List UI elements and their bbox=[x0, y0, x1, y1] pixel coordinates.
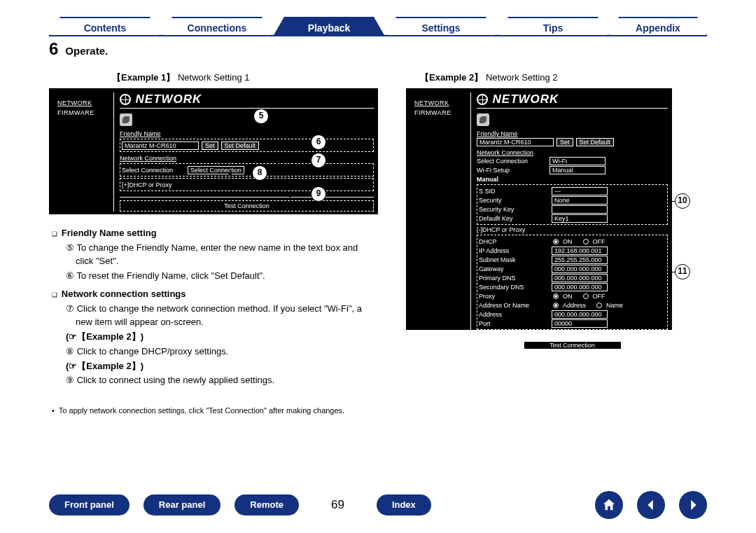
row-label: S SID bbox=[479, 188, 549, 195]
callout-6: 6 bbox=[311, 134, 326, 150]
radio-on[interactable] bbox=[553, 239, 559, 244]
row-value[interactable]: 000.000.000.000 bbox=[552, 283, 608, 291]
callout-5: 5 bbox=[253, 109, 269, 124]
set-default-button[interactable]: Set Default bbox=[221, 141, 260, 150]
home-icon[interactable] bbox=[595, 491, 623, 519]
row-label: Proxy bbox=[479, 293, 549, 300]
tab-tips[interactable]: Tips bbox=[497, 17, 609, 36]
friendly-name-input-2[interactable]: Marantz M-CR610 bbox=[477, 138, 554, 146]
row-label: Gateway bbox=[479, 265, 549, 272]
wrench-icon bbox=[120, 113, 132, 126]
tab-contents[interactable]: Contents bbox=[49, 17, 161, 36]
globe-icon bbox=[477, 94, 488, 105]
panel-title: NETWORK bbox=[136, 92, 202, 106]
friendly-name-input[interactable]: Marantz M-CR610 bbox=[122, 141, 199, 150]
nc-head-2: Network Connection bbox=[477, 149, 668, 156]
test-connection-button[interactable]: Test Connection bbox=[224, 202, 270, 209]
example1-label: 【Example 1】 bbox=[112, 72, 175, 83]
page-number: 69 bbox=[331, 498, 344, 512]
radio-on[interactable] bbox=[553, 293, 559, 299]
row-value[interactable]: Wi-Fi bbox=[550, 157, 606, 165]
row-value[interactable]: 000.000.000.000 bbox=[552, 274, 608, 282]
set-button-2[interactable]: Set bbox=[556, 138, 573, 146]
example2-label: 【Example 2】 bbox=[420, 72, 483, 83]
select-conn-label: Select Connection bbox=[122, 167, 185, 174]
row-value[interactable]: 00000 bbox=[552, 319, 608, 328]
example2-panel: NETWORK FIRMWARE NETWORK Friendly Name M… bbox=[406, 88, 672, 330]
example1-name: Network Setting 1 bbox=[178, 72, 250, 83]
globe-icon bbox=[120, 94, 131, 105]
row-value[interactable]: Manual bbox=[550, 166, 606, 174]
step-number: 6 bbox=[49, 39, 58, 59]
friendly-head: Friendly Name bbox=[120, 130, 374, 137]
row-label: Secondary DNS bbox=[479, 284, 549, 291]
row-label: Subnet Mask bbox=[479, 256, 549, 263]
side-firmware-2: FIRMWARE bbox=[414, 109, 466, 116]
rear-panel-button[interactable]: Rear panel bbox=[144, 494, 220, 515]
prev-icon[interactable] bbox=[637, 491, 665, 519]
row-label: Address bbox=[479, 311, 549, 318]
dhcp-proxy-toggle[interactable]: [+]DHCP or Proxy bbox=[122, 181, 172, 188]
row-label: Security Key bbox=[479, 206, 549, 213]
set-default-button-2[interactable]: Set Default bbox=[576, 138, 615, 146]
tab-settings[interactable]: Settings bbox=[385, 17, 497, 36]
row-label: Wi-Fi Setup bbox=[477, 167, 547, 174]
row-label: Select Connection bbox=[477, 158, 547, 165]
panel-title-2: NETWORK bbox=[493, 92, 559, 106]
callout-10: 10 bbox=[675, 193, 690, 209]
row-value[interactable] bbox=[552, 205, 608, 214]
example2-name: Network Setting 2 bbox=[486, 72, 558, 83]
row-label: DHCP bbox=[479, 238, 549, 245]
callout-9: 9 bbox=[311, 186, 326, 202]
nc-head: Network Connection bbox=[120, 155, 374, 162]
next-icon[interactable] bbox=[679, 491, 707, 519]
step-title: Operate. bbox=[65, 45, 108, 57]
left-column: 【Example 1】 Network Setting 1 NETWORK FI… bbox=[49, 71, 378, 417]
row-label: IP Address bbox=[479, 247, 549, 254]
side-network-2: NETWORK bbox=[414, 99, 466, 106]
bottom-nav: Front panel Rear panel Remote 69 Index bbox=[0, 491, 756, 519]
side-network: NETWORK bbox=[57, 99, 109, 106]
dhcp-head[interactable]: [-]DHCP or Proxy bbox=[477, 226, 668, 233]
row-value[interactable]: 192.168.000.001 bbox=[552, 247, 608, 255]
side-firmware: FIRMWARE bbox=[57, 109, 109, 116]
index-button[interactable]: Index bbox=[377, 494, 431, 515]
callout-7: 7 bbox=[311, 153, 326, 168]
row-value[interactable]: Key1 bbox=[552, 214, 608, 223]
body-text: ❏Friendly Name setting ⑤ To change the F… bbox=[49, 227, 378, 417]
row-label: Defaullt Key bbox=[479, 215, 549, 222]
radio-name[interactable] bbox=[596, 303, 602, 308]
row-value[interactable]: --- bbox=[552, 187, 608, 195]
right-column: 【Example 2】 Network Setting 2 NETWORK FI… bbox=[406, 71, 707, 417]
example1-panel: NETWORK FIRMWARE NETWORK Friendly Name M… bbox=[49, 88, 378, 214]
row-label: Address Or Name bbox=[479, 302, 549, 309]
radio-off[interactable] bbox=[583, 239, 589, 244]
tab-playback[interactable]: Playback bbox=[273, 17, 385, 36]
row-value[interactable]: 000.000.000.000 bbox=[552, 265, 608, 273]
row-label: Primary DNS bbox=[479, 275, 549, 282]
wrench-icon bbox=[477, 113, 489, 126]
row-value[interactable]: None bbox=[552, 196, 608, 205]
callout-11: 11 bbox=[675, 264, 690, 279]
row-label: Security bbox=[479, 197, 549, 204]
set-button[interactable]: Set bbox=[202, 141, 218, 150]
callout-8: 8 bbox=[252, 165, 267, 181]
tab-connections[interactable]: Connections bbox=[161, 17, 273, 36]
front-panel-button[interactable]: Front panel bbox=[49, 494, 130, 515]
top-nav: Contents Connections Playback Settings T… bbox=[49, 14, 707, 36]
row-value[interactable]: 000.000.000.000 bbox=[552, 310, 608, 319]
row-label: Port bbox=[479, 320, 549, 327]
row-value[interactable]: 255.255.255.000 bbox=[552, 256, 608, 264]
tab-appendix[interactable]: Appendix bbox=[609, 17, 707, 36]
radio-address[interactable] bbox=[553, 303, 559, 308]
friendly-head-2: Friendly Name bbox=[477, 130, 668, 137]
test-connection-button-2[interactable]: Test Connection bbox=[524, 341, 622, 349]
manual-head: Manual bbox=[477, 176, 668, 183]
radio-off[interactable] bbox=[583, 293, 589, 299]
remote-button[interactable]: Remote bbox=[234, 494, 299, 515]
